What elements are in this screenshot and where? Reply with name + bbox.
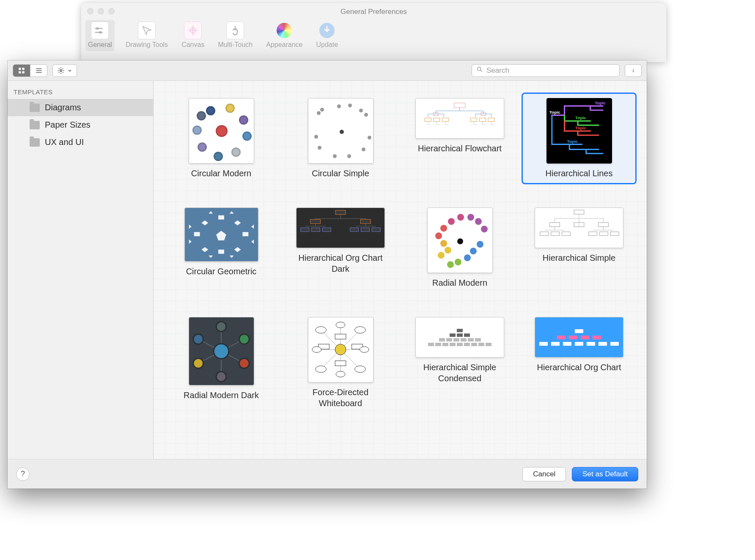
list-view-button[interactable] xyxy=(30,65,47,76)
svg-rect-44 xyxy=(301,228,309,232)
svg-rect-13 xyxy=(434,118,440,121)
template-label: Hierarchical Lines xyxy=(546,168,613,179)
template-gallery[interactable]: Circular Modern Circular Simple xyxy=(154,81,647,459)
template-label: Hierarchical Simple Condensed xyxy=(409,362,511,384)
action-menu-button[interactable] xyxy=(52,64,77,77)
tab-multi-touch[interactable]: Multi-Touch xyxy=(215,20,255,51)
zoom-icon[interactable] xyxy=(108,8,115,14)
svg-marker-30 xyxy=(234,220,241,225)
svg-point-75 xyxy=(354,366,365,373)
template-force-directed-whiteboard[interactable]: Force-Directed Whiteboard xyxy=(283,311,398,414)
svg-point-0 xyxy=(96,27,99,30)
sidebar: TEMPLATES Diagrams Paper Sizes UX and UI xyxy=(8,81,154,459)
svg-marker-36 xyxy=(229,255,233,258)
svg-rect-16 xyxy=(480,118,486,121)
download-icon xyxy=(319,23,335,38)
template-circular-modern[interactable]: Circular Modern xyxy=(164,93,279,184)
tab-update[interactable]: Update xyxy=(313,20,340,51)
close-icon[interactable] xyxy=(87,8,93,14)
svg-point-77 xyxy=(360,347,369,352)
template-thumbnail: Topic Topic Topic Topic Topic xyxy=(546,98,612,164)
svg-rect-12 xyxy=(425,118,431,121)
template-hierarchical-flowchart[interactable]: Hierarchical Flowchart xyxy=(402,93,517,184)
template-thumbnail xyxy=(415,98,504,139)
grid-icon xyxy=(18,67,25,74)
svg-rect-9 xyxy=(454,103,465,107)
template-label: Circular Geometric xyxy=(186,266,257,277)
svg-rect-54 xyxy=(540,232,549,236)
svg-rect-3 xyxy=(19,68,21,70)
svg-rect-27 xyxy=(194,232,200,236)
template-radial-modern-dark[interactable]: Radial Modern Dark xyxy=(164,311,279,414)
svg-text:Topic: Topic xyxy=(549,110,560,115)
info-icon: i xyxy=(632,67,634,74)
svg-rect-48 xyxy=(361,228,370,232)
template-hierarchical-simple-condensed[interactable]: Hierarchical Simple Condensed xyxy=(402,311,517,414)
svg-rect-46 xyxy=(322,228,331,232)
svg-marker-34 xyxy=(229,211,233,214)
info-button[interactable]: i xyxy=(625,64,642,77)
template-radial-modern[interactable]: Radial Modern xyxy=(402,202,517,294)
svg-rect-68 xyxy=(335,334,346,339)
template-thumbnail xyxy=(427,208,493,273)
svg-text:Topic: Topic xyxy=(567,139,578,144)
tab-canvas[interactable]: Canvas xyxy=(179,20,207,51)
svg-rect-15 xyxy=(471,118,477,121)
preferences-window: General Preferences General Drawing Tool… xyxy=(81,3,666,62)
svg-marker-40 xyxy=(251,240,254,244)
folder-icon xyxy=(30,104,40,112)
svg-marker-32 xyxy=(234,247,241,252)
svg-rect-17 xyxy=(488,118,494,121)
svg-point-8 xyxy=(478,67,481,71)
list-icon xyxy=(35,67,43,74)
svg-rect-25 xyxy=(218,216,224,220)
svg-point-2 xyxy=(190,28,195,33)
grid-view-button[interactable] xyxy=(13,65,30,76)
sidebar-item-paper-sizes[interactable]: Paper Sizes xyxy=(8,116,153,134)
folder-icon xyxy=(30,138,40,147)
svg-marker-38 xyxy=(189,240,191,244)
sidebar-item-ux-ui[interactable]: UX and UI xyxy=(8,134,153,151)
template-hierarchical-org-dark[interactable]: Hierarchical Org Chart Dark xyxy=(283,202,398,294)
svg-rect-5 xyxy=(19,71,21,73)
tab-appearance[interactable]: Appearance xyxy=(264,20,305,51)
search-input[interactable] xyxy=(486,66,615,75)
template-hierarchical-lines[interactable]: Topic Topic Topic Topic Topic Hierarchic… xyxy=(522,93,637,184)
tab-general[interactable]: General xyxy=(85,20,115,51)
sidebar-item-diagrams[interactable]: Diagrams xyxy=(8,99,153,116)
sidebar-item-label: Paper Sizes xyxy=(45,120,91,130)
svg-rect-6 xyxy=(22,71,25,73)
template-label: Hierarchical Simple xyxy=(543,252,615,263)
svg-point-67 xyxy=(335,344,346,355)
svg-point-76 xyxy=(312,347,321,352)
template-circular-simple[interactable]: Circular Simple xyxy=(283,93,398,184)
svg-point-73 xyxy=(354,327,365,333)
help-button[interactable]: ? xyxy=(16,467,30,481)
svg-marker-29 xyxy=(201,220,208,225)
cancel-button[interactable]: Cancel xyxy=(522,467,566,481)
sidebar-header: TEMPLATES xyxy=(8,88,153,99)
svg-point-78 xyxy=(336,322,345,328)
svg-rect-57 xyxy=(589,232,597,236)
template-thumbnail xyxy=(184,208,258,262)
sheet-toolbar: i xyxy=(8,60,647,81)
template-label: Hierarchical Org Chart Dark xyxy=(290,252,391,274)
template-hierarchical-org-chart[interactable]: Hierarchical Org Chart xyxy=(522,311,637,414)
template-label: Radial Modern xyxy=(432,277,487,288)
svg-rect-42 xyxy=(310,219,321,224)
minimize-icon[interactable] xyxy=(98,8,104,14)
template-circular-geometric[interactable]: Circular Geometric xyxy=(164,202,279,294)
template-label: Circular Modern xyxy=(191,168,251,179)
svg-rect-43 xyxy=(361,219,371,224)
search-field[interactable] xyxy=(472,64,620,77)
template-thumbnail xyxy=(296,208,385,248)
chevron-down-icon xyxy=(67,68,72,73)
template-chooser-sheet: i TEMPLATES Diagrams Paper Sizes UX and … xyxy=(8,60,647,489)
svg-point-7 xyxy=(60,69,62,71)
tab-drawing-tools[interactable]: Drawing Tools xyxy=(123,20,170,51)
preferences-toolbar: General Drawing Tools Canvas Multi-Touch… xyxy=(81,20,666,51)
svg-point-79 xyxy=(336,371,345,377)
set-default-button[interactable]: Set as Default xyxy=(572,467,638,481)
folder-icon xyxy=(30,121,40,129)
template-hierarchical-simple[interactable]: Hierarchical Simple xyxy=(522,202,637,294)
